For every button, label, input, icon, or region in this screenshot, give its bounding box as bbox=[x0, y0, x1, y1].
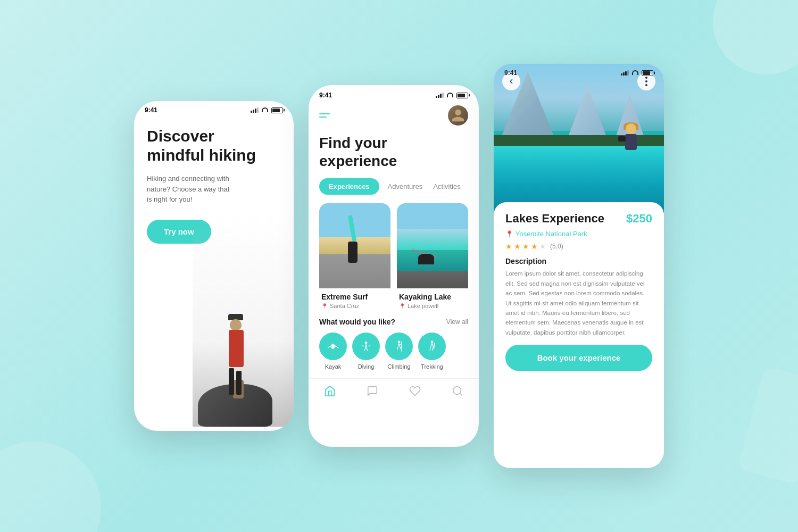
diving-icon bbox=[359, 339, 373, 353]
signal-icon-2 bbox=[436, 93, 444, 98]
heart-icon bbox=[409, 385, 421, 397]
book-button[interactable]: Book your experience bbox=[505, 345, 652, 371]
rating-stars: ★ ★ ★ ★ ★ (5.0) bbox=[505, 242, 652, 251]
status-bar-3: 9:41 bbox=[494, 64, 664, 79]
star-3: ★ bbox=[522, 242, 529, 251]
svg-point-5 bbox=[431, 341, 434, 344]
activity-trekking[interactable]: Trekking bbox=[418, 332, 446, 370]
camera bbox=[618, 136, 626, 142]
signal-icon-3 bbox=[621, 70, 629, 76]
chat-icon bbox=[367, 385, 378, 397]
experience-title: Lakes Experience bbox=[505, 212, 604, 226]
nav-home[interactable] bbox=[324, 385, 336, 397]
photo-body bbox=[625, 134, 637, 150]
cards-row: Extreme Surf 📍 Santa Cruz Kayaking Lake … bbox=[309, 203, 479, 318]
kayak-card-label: Kayaking Lake 📍 Lake powell bbox=[397, 288, 468, 309]
body bbox=[229, 330, 244, 367]
rating-value: (5.0) bbox=[550, 243, 563, 250]
surf-person bbox=[348, 242, 358, 263]
location-pin-icon-3: 📍 bbox=[505, 230, 513, 238]
head bbox=[230, 319, 242, 331]
tab-adventures[interactable]: Adventures bbox=[386, 178, 425, 195]
climbing-icon bbox=[392, 339, 406, 353]
surf-card[interactable]: Extreme Surf 📍 Santa Cruz bbox=[319, 203, 390, 309]
kayaker-figure bbox=[418, 254, 434, 264]
status-icons-1 bbox=[251, 107, 283, 113]
avatar[interactable] bbox=[448, 105, 468, 126]
status-icons-3 bbox=[621, 70, 653, 76]
svg-line-6 bbox=[434, 343, 435, 349]
find-title: Find your experience bbox=[309, 128, 479, 178]
what-section: What would you like? View all Kayak bbox=[309, 318, 479, 376]
menu-button[interactable] bbox=[319, 113, 330, 118]
kayak-card[interactable]: Kayaking Lake 📍 Lake powell bbox=[397, 203, 468, 309]
wifi-icon bbox=[262, 107, 268, 112]
location-pin-icon-2: 📍 bbox=[399, 303, 405, 309]
kayak-label: Kayak bbox=[325, 363, 342, 370]
svg-point-7 bbox=[453, 387, 461, 395]
star-5: ★ bbox=[539, 242, 546, 251]
description-body: Lorem ipsum dolor sit amet, consectetur … bbox=[505, 269, 652, 337]
photo-head bbox=[626, 123, 636, 134]
detail-panel: Lakes Experience $250 📍 Yosemite Nationa… bbox=[494, 202, 664, 380]
surf-card-title: Extreme Surf bbox=[321, 293, 388, 301]
hamburger-icon bbox=[319, 113, 330, 118]
star-1: ★ bbox=[505, 242, 512, 251]
trekking-icon bbox=[425, 339, 439, 353]
surf-beach-bg bbox=[319, 203, 390, 288]
trekking-label: Trekking bbox=[421, 363, 443, 370]
hiker-image bbox=[193, 214, 294, 427]
price-display: $250 bbox=[626, 212, 652, 226]
kayak-location-text: Lake powell bbox=[408, 303, 438, 309]
wifi-icon-2 bbox=[447, 93, 453, 97]
person bbox=[219, 313, 234, 395]
hero-title: Discover mindful hiking bbox=[147, 127, 281, 165]
hero-image-container: 9:41 bbox=[494, 64, 664, 213]
climbing-icon-circle bbox=[385, 332, 413, 360]
page-title: Find your experience bbox=[319, 134, 468, 170]
activity-diving[interactable]: Diving bbox=[352, 332, 380, 370]
phone-3: 9:41 bbox=[494, 64, 664, 468]
surf-board bbox=[347, 215, 356, 242]
status-bar-1: 9:41 bbox=[134, 101, 294, 116]
diving-label: Diving bbox=[358, 363, 375, 370]
tab-activities[interactable]: Activities bbox=[431, 178, 462, 195]
time-3: 9:41 bbox=[504, 69, 517, 77]
battery-icon-2 bbox=[456, 93, 468, 98]
wifi-icon-3 bbox=[632, 70, 638, 75]
kayak-card-title: Kayaking Lake bbox=[399, 293, 466, 301]
status-icons-2 bbox=[436, 93, 468, 98]
activity-kayak[interactable]: Kayak bbox=[319, 332, 347, 370]
phone-2: 9:41 Find your experience E bbox=[309, 85, 479, 447]
kayak-lake-bg bbox=[397, 203, 468, 288]
kayak-icon-circle bbox=[319, 332, 347, 360]
nav-chat[interactable] bbox=[367, 385, 378, 397]
diving-icon-circle bbox=[352, 332, 380, 360]
what-title: What would you like? bbox=[319, 318, 395, 326]
nav-search[interactable] bbox=[452, 385, 463, 397]
photographer-figure bbox=[624, 122, 638, 150]
surf-card-image bbox=[319, 203, 390, 288]
surf-location-text: Santa Cruz bbox=[330, 303, 359, 309]
hiker-figure bbox=[193, 214, 294, 427]
hero-subtitle: Hiking and connecting with nature? Choos… bbox=[147, 173, 232, 205]
time-1: 9:41 bbox=[145, 106, 157, 114]
signal-icon bbox=[251, 107, 259, 113]
what-header: What would you like? View all bbox=[319, 318, 468, 326]
svg-line-8 bbox=[460, 393, 462, 395]
phone1-content: Discover mindful hiking Hiking and conne… bbox=[134, 116, 294, 427]
activity-icons-row: Kayak Diving bbox=[319, 332, 468, 370]
phone-1: 9:41 Discover mindful hiking Hiking and … bbox=[134, 101, 294, 431]
kayak-icon bbox=[326, 339, 340, 353]
svg-point-2 bbox=[365, 342, 368, 344]
nav-heart[interactable] bbox=[409, 385, 421, 397]
trekking-icon-circle bbox=[418, 332, 446, 360]
view-all-link[interactable]: View all bbox=[446, 318, 468, 326]
avatar-icon bbox=[451, 108, 466, 123]
activity-climbing[interactable]: Climbing bbox=[385, 332, 413, 370]
svg-point-3 bbox=[398, 341, 401, 344]
surf-card-label: Extreme Surf 📍 Santa Cruz bbox=[319, 288, 390, 309]
star-2: ★ bbox=[514, 242, 521, 251]
tab-experiences[interactable]: Experiences bbox=[319, 178, 379, 195]
park-name: Yosemite National Park bbox=[516, 230, 587, 238]
